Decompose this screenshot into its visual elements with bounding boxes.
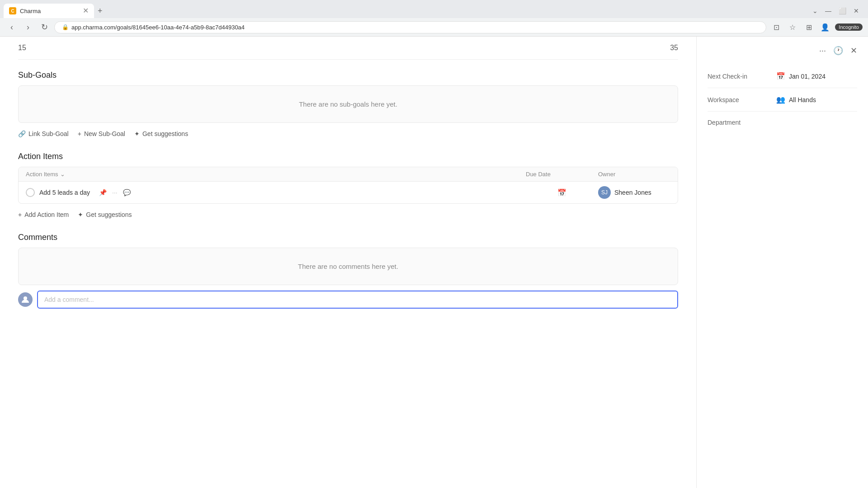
plus-icon: +: [78, 130, 81, 137]
calendar-icon: 📅: [557, 188, 566, 197]
tab-favicon: C: [9, 7, 16, 14]
action-items-section: Action Items Action Items ⌄ Due Date Own…: [18, 152, 678, 220]
sub-goals-get-suggestions-button[interactable]: ✦ Get suggestions: [134, 128, 188, 139]
comment-input-row: [18, 291, 678, 309]
link-sub-goal-label: Link Sub-Goal: [28, 130, 69, 137]
action-items-title: Action Items: [18, 152, 678, 161]
workspace-value-container[interactable]: 👥 All Hands: [776, 95, 816, 104]
commenter-avatar: [18, 292, 33, 307]
profile-icon[interactable]: 👤: [819, 21, 831, 33]
add-action-item-label: Add Action Item: [24, 211, 69, 218]
main-content: 15 35 Sub-Goals There are no sub-goals h…: [0, 37, 696, 488]
reload-button[interactable]: ↻: [38, 21, 51, 33]
owner-name: Sheen Jones: [614, 189, 651, 196]
calendar-field-icon: 📅: [776, 72, 785, 80]
sub-goals-title: Sub-Goals: [18, 70, 678, 80]
browser-chrome: C Charma ✕ + ⌄ — ⬜ ✕ ‹ › ↻ 🔒 app.charma.…: [0, 0, 868, 37]
extensions-icon[interactable]: ⊞: [802, 21, 815, 33]
svg-point-0: [24, 296, 27, 300]
new-tab-button[interactable]: +: [94, 6, 106, 16]
comments-section: Comments There are no comments here yet.: [18, 233, 678, 309]
add-action-item-button[interactable]: + Add Action Item: [18, 209, 69, 220]
new-sub-goal-label: New Sub-Goal: [84, 130, 125, 137]
action-item-cell: Add 5 leads a day 📌 ··· 💬: [26, 188, 526, 197]
item-actions: 📌 ··· 💬: [98, 188, 132, 197]
bookmark-icon[interactable]: ☆: [786, 21, 799, 33]
incognito-badge: Incognito: [835, 23, 863, 31]
workspace-value: All Hands: [789, 96, 816, 103]
pin-button[interactable]: 📌: [98, 188, 108, 197]
owner-cell: SJ Sheen Jones: [598, 186, 670, 199]
action-item-checkbox[interactable]: [26, 188, 35, 197]
group-icon: 👥: [776, 95, 785, 104]
workspace-field: Workspace 👥 All Hands: [708, 88, 857, 112]
left-number: 15: [18, 44, 26, 52]
browser-toolbar: ‹ › ↻ 🔒 app.charma.com/goals/81645ee6-10…: [0, 18, 868, 36]
chevron-down-icon: ⌄: [60, 171, 65, 178]
tab-title: Charma: [20, 8, 79, 14]
active-tab[interactable]: C Charma ✕: [4, 4, 94, 18]
right-number: 35: [670, 44, 678, 52]
close-window-button[interactable]: ✕: [854, 7, 859, 14]
tab-dropdown-button[interactable]: ⌄: [812, 7, 818, 14]
table-row: Add 5 leads a day 📌 ··· 💬 📅 SJ Sheen Jon…: [19, 182, 678, 203]
comment-input[interactable]: [37, 291, 678, 309]
back-button[interactable]: ‹: [5, 21, 18, 33]
next-check-in-field: Next Check-in 📅 Jan 01, 2024: [708, 65, 857, 88]
sub-goals-actions: 🔗 Link Sub-Goal + New Sub-Goal ✦ Get sug…: [18, 128, 678, 139]
due-date-cell[interactable]: 📅: [526, 188, 598, 197]
sub-goals-get-suggestions-label: Get suggestions: [142, 130, 188, 137]
workspace-label: Workspace: [708, 96, 771, 103]
tab-close-button[interactable]: ✕: [83, 7, 89, 14]
more-button[interactable]: ···: [111, 188, 118, 197]
minimize-button[interactable]: —: [825, 7, 831, 14]
next-check-in-value-container[interactable]: 📅 Jan 01, 2024: [776, 72, 826, 80]
url-text: app.charma.com/goals/81645ee6-10aa-4e74-…: [71, 24, 245, 31]
action-items-table: Action Items ⌄ Due Date Owner Add 5 lead…: [18, 167, 678, 204]
right-sidebar: ··· 🕐 ✕ Next Check-in 📅 Jan 01, 2024 Wor…: [696, 37, 868, 488]
sidebar-history-button[interactable]: 🕐: [833, 46, 843, 56]
due-date-col-header: Due Date: [526, 171, 598, 178]
sub-goals-empty-message: There are no sub-goals here yet.: [18, 85, 678, 123]
sub-goals-section: Sub-Goals There are no sub-goals here ye…: [18, 70, 678, 139]
page-layout: 15 35 Sub-Goals There are no sub-goals h…: [0, 37, 868, 488]
sidebar-top-actions: ··· 🕐 ✕: [708, 46, 857, 56]
owner-avatar: SJ: [598, 186, 611, 199]
numbers-bar: 15 35: [18, 37, 678, 60]
toolbar-icons: ⊡ ☆ ⊞ 👤 Incognito: [770, 21, 863, 33]
sidebar-more-button[interactable]: ···: [819, 46, 826, 56]
lock-icon: 🔒: [62, 24, 69, 30]
tab-bar: C Charma ✕ + ⌄ — ⬜ ✕: [0, 0, 868, 18]
owner-col-header: Owner: [598, 171, 670, 178]
action-items-bottom-links: + Add Action Item ✦ Get suggestions: [18, 209, 678, 220]
suggestions-icon: ✦: [78, 211, 83, 218]
forward-button[interactable]: ›: [22, 21, 34, 33]
window-controls: ⌄ — ⬜ ✕: [812, 7, 864, 14]
add-icon: +: [18, 211, 22, 218]
next-check-in-value: Jan 01, 2024: [789, 73, 826, 80]
action-items-col-header[interactable]: Action Items ⌄: [26, 171, 526, 178]
comments-title: Comments: [18, 233, 678, 242]
sparkle-icon: ✦: [134, 130, 140, 137]
sidebar-close-button[interactable]: ✕: [850, 46, 857, 56]
action-item-name: Add 5 leads a day: [39, 189, 90, 196]
next-check-in-label: Next Check-in: [708, 73, 771, 80]
action-items-table-header: Action Items ⌄ Due Date Owner: [19, 167, 678, 182]
maximize-button[interactable]: ⬜: [839, 7, 846, 14]
action-items-get-suggestions-label: Get suggestions: [86, 211, 132, 218]
new-sub-goal-button[interactable]: + New Sub-Goal: [78, 128, 125, 139]
cast-icon[interactable]: ⊡: [770, 21, 783, 33]
department-label: Department: [708, 119, 771, 126]
link-sub-goal-button[interactable]: 🔗 Link Sub-Goal: [18, 128, 69, 139]
link-icon: 🔗: [18, 130, 26, 137]
comments-empty-message: There are no comments here yet.: [18, 248, 678, 285]
action-items-get-suggestions-button[interactable]: ✦ Get suggestions: [78, 209, 132, 220]
comment-button[interactable]: 💬: [122, 188, 132, 197]
department-field: Department: [708, 112, 857, 133]
address-bar[interactable]: 🔒 app.charma.com/goals/81645ee6-10aa-4e7…: [54, 21, 766, 33]
